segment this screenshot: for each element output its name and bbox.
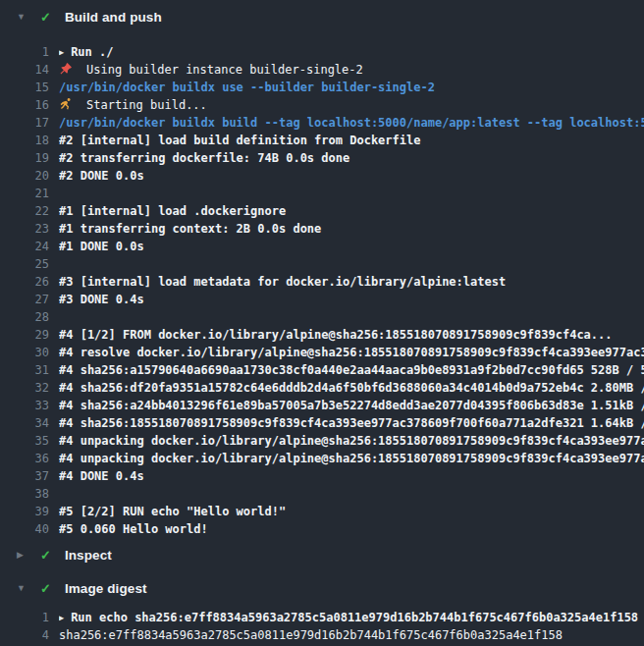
log-line: 36#4 unpacking docker.io/library/alpine@… bbox=[0, 450, 644, 467]
line-text: #4 DONE 0.4s bbox=[59, 469, 144, 483]
line-number[interactable]: 17 bbox=[0, 114, 49, 132]
line-number[interactable]: 35 bbox=[0, 432, 49, 450]
line-number[interactable]: 15 bbox=[0, 79, 49, 96]
section-header-image-digest[interactable]: ▼✓Image digest bbox=[0, 571, 644, 605]
log-line: 34#4 sha256:185518070891758909c9f839cf4c… bbox=[0, 414, 644, 432]
log-line: 26#3 [internal] load metadata for docker… bbox=[0, 273, 644, 291]
line-content: #4 [1/2] FROM docker.io/library/alpine@s… bbox=[59, 326, 644, 344]
line-text: #4 [1/2] FROM docker.io/library/alpine@s… bbox=[59, 328, 613, 342]
line-text: #1 DONE 0.0s bbox=[59, 240, 144, 253]
line-content: #4 DONE 0.4s bbox=[59, 467, 644, 485]
line-number[interactable]: 21 bbox=[0, 185, 49, 202]
log-line: 27#3 DONE 0.4s bbox=[0, 291, 644, 308]
log-line: 14Using builder instance builder-single-… bbox=[0, 61, 644, 79]
line-number[interactable]: 34 bbox=[0, 414, 49, 432]
actions-log-viewer: ▼✓Build and push1▶Run ./14Using builder … bbox=[0, 0, 644, 646]
section-title: Inspect bbox=[65, 548, 112, 563]
line-number[interactable]: 37 bbox=[0, 467, 49, 485]
line-number[interactable]: 18 bbox=[0, 132, 49, 149]
line-content: #1 transferring context: 2B 0.0s done bbox=[59, 220, 644, 238]
line-content: #1 [internal] load .dockerignore bbox=[59, 202, 644, 220]
line-number[interactable]: 29 bbox=[0, 326, 49, 344]
line-number[interactable]: 40 bbox=[0, 520, 49, 538]
line-text: #2 [internal] load build definition from… bbox=[59, 134, 420, 147]
caret-down-icon[interactable]: ▼ bbox=[17, 13, 27, 22]
runner-icon bbox=[59, 97, 73, 111]
line-text: /usr/bin/docker buildx use --builder bui… bbox=[59, 81, 435, 94]
line-number[interactable]: 24 bbox=[0, 238, 49, 255]
line-content: Starting build... bbox=[59, 96, 644, 114]
section-title: Build and push bbox=[65, 10, 162, 25]
line-number[interactable]: 22 bbox=[0, 202, 49, 220]
line-content: #2 [internal] load build definition from… bbox=[59, 132, 644, 149]
line-content: #4 unpacking docker.io/library/alpine@sh… bbox=[59, 450, 644, 467]
line-text: #2 DONE 0.0s bbox=[59, 169, 144, 183]
line-text: #5 0.060 Hello world! bbox=[59, 522, 208, 536]
log-line: 37#4 DONE 0.4s bbox=[0, 467, 644, 485]
line-number[interactable]: 27 bbox=[0, 291, 49, 308]
line-text: #1 transferring context: 2B 0.0s done bbox=[59, 222, 321, 236]
log-line: 28 bbox=[0, 308, 644, 326]
section-body-image-digest: 1▶Run echo sha256:e7ff8834a5963a2785c5a0… bbox=[0, 605, 644, 644]
log-line: 22#1 [internal] load .dockerignore bbox=[0, 202, 644, 220]
log-line: 16Starting build... bbox=[0, 96, 644, 114]
log-line: 17/usr/bin/docker buildx build --tag loc… bbox=[0, 114, 644, 132]
line-text: #1 [internal] load .dockerignore bbox=[59, 204, 286, 218]
line-number[interactable]: 19 bbox=[0, 149, 49, 167]
line-number[interactable]: 25 bbox=[0, 255, 49, 273]
line-content: #4 sha256:a15790640a6690aa1730c38cf0a440… bbox=[59, 361, 644, 379]
log-line: 30#4 resolve docker.io/library/alpine@sh… bbox=[0, 344, 644, 361]
log-line: 23#1 transferring context: 2B 0.0s done bbox=[0, 220, 644, 238]
pushpin-icon bbox=[59, 62, 73, 76]
log-section-build-and-push: ▼✓Build and push1▶Run ./14Using builder … bbox=[0, 0, 644, 538]
line-number[interactable]: 1 bbox=[0, 609, 49, 626]
line-number[interactable]: 36 bbox=[0, 450, 49, 467]
line-number[interactable]: 1 bbox=[0, 43, 49, 61]
line-number[interactable]: 38 bbox=[0, 485, 49, 503]
log-line: 20#2 DONE 0.0s bbox=[0, 167, 644, 185]
line-number[interactable]: 32 bbox=[0, 379, 49, 397]
line-text: #4 sha256:df20fa9351a15782c64e6dddb2d4a6… bbox=[59, 381, 644, 395]
line-number[interactable]: 31 bbox=[0, 361, 49, 379]
line-text: #4 sha256:a24bb4013296f61e89ba57005a7b3e… bbox=[59, 399, 644, 412]
check-icon: ✓ bbox=[40, 11, 51, 24]
log-line: 24#1 DONE 0.0s bbox=[0, 238, 644, 255]
line-content: #5 0.060 Hello world! bbox=[59, 520, 644, 538]
log-line: 40#5 0.060 Hello world! bbox=[0, 520, 644, 538]
line-text: Using builder instance builder-single-2 bbox=[86, 63, 363, 77]
line-content: /usr/bin/docker buildx use --builder bui… bbox=[59, 79, 644, 96]
line-content bbox=[59, 185, 644, 202]
line-text: #4 unpacking docker.io/library/alpine@sh… bbox=[59, 434, 644, 448]
line-number[interactable]: 14 bbox=[0, 61, 49, 79]
line-number[interactable]: 20 bbox=[0, 167, 49, 185]
caret-right-icon[interactable]: ▶ bbox=[17, 551, 27, 560]
line-text: sha256:e7ff8834a5963a2785c5a0811e979d16b… bbox=[59, 628, 563, 642]
line-text: #3 DONE 0.4s bbox=[59, 293, 144, 306]
line-number[interactable]: 28 bbox=[0, 308, 49, 326]
log-line: 25 bbox=[0, 255, 644, 273]
line-content: Using builder instance builder-single-2 bbox=[59, 61, 644, 79]
section-body-build-and-push: 1▶Run ./14Using builder instance builder… bbox=[0, 33, 644, 538]
line-number[interactable]: 23 bbox=[0, 220, 49, 238]
section-header-build-and-push[interactable]: ▼✓Build and push bbox=[0, 0, 644, 33]
line-number[interactable]: 30 bbox=[0, 344, 49, 361]
log-line: 35#4 unpacking docker.io/library/alpine@… bbox=[0, 432, 644, 450]
expand-toggle-icon[interactable]: ▶ bbox=[59, 43, 64, 61]
line-content bbox=[59, 255, 644, 273]
line-text: #4 unpacking docker.io/library/alpine@sh… bbox=[59, 452, 644, 465]
line-number[interactable]: 39 bbox=[0, 503, 49, 520]
log-line: 15/usr/bin/docker buildx use --builder b… bbox=[0, 79, 644, 96]
line-text: #4 sha256:a15790640a6690aa1730c38cf0a440… bbox=[59, 363, 644, 377]
expand-toggle-icon[interactable]: ▶ bbox=[59, 609, 64, 626]
line-content bbox=[59, 485, 644, 503]
line-number[interactable]: 33 bbox=[0, 397, 49, 414]
caret-down-icon[interactable]: ▼ bbox=[17, 584, 27, 593]
line-content: #4 sha256:df20fa9351a15782c64e6dddb2d4a6… bbox=[59, 379, 644, 397]
line-text: #3 [internal] load metadata for docker.i… bbox=[59, 275, 506, 289]
line-number[interactable]: 26 bbox=[0, 273, 49, 291]
line-number[interactable]: 4 bbox=[0, 626, 49, 644]
line-content: ▶Run ./ bbox=[59, 43, 644, 61]
section-header-inspect[interactable]: ▶✓Inspect bbox=[0, 538, 644, 571]
line-number[interactable]: 16 bbox=[0, 96, 49, 114]
log-line: 29#4 [1/2] FROM docker.io/library/alpine… bbox=[0, 326, 644, 344]
